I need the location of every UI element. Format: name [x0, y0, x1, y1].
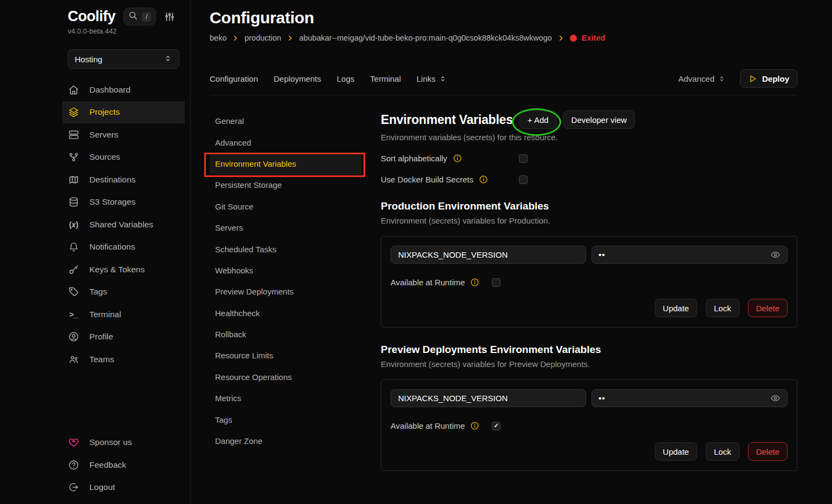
- delete-button[interactable]: Delete: [748, 299, 788, 317]
- sidebar-item-label: S3 Storages: [89, 197, 135, 207]
- sidebar-item-label: Shared Variables: [89, 220, 153, 230]
- submenu-item-webhooks[interactable]: Webhooks: [210, 260, 361, 281]
- preview-section-title: Preview Deployments Environment Variable…: [381, 344, 797, 356]
- sidebar-nav: Dashboard Projects Servers Sources Desti…: [68, 78, 185, 371]
- sidebar-item-sponsor-us[interactable]: Sponsor us: [62, 431, 185, 454]
- tab-deployments[interactable]: Deployments: [274, 74, 321, 83]
- brand-row: Coolify /: [68, 8, 185, 25]
- available-at-runtime-checkbox[interactable]: [492, 278, 500, 287]
- sidebar-item-label: Teams: [89, 355, 114, 364]
- search-icon: [128, 11, 138, 22]
- submenu-item-preview-deployments[interactable]: Preview Deployments: [210, 281, 361, 302]
- logout-icon: [68, 482, 80, 493]
- production-section-title: Production Environment Variables: [381, 200, 797, 212]
- available-at-runtime-checkbox[interactable]: ✓: [492, 422, 500, 430]
- sidebar-item-label: Servers: [89, 130, 118, 140]
- sidebar-item-profile[interactable]: Profile: [62, 326, 185, 349]
- variable-value-field[interactable]: ••: [592, 389, 788, 407]
- sidebar-item-dashboard[interactable]: Dashboard: [62, 78, 185, 101]
- submenu-item-rollback[interactable]: Rollback: [210, 324, 361, 345]
- sidebar-footer: Sponsor us Feedback Logout: [68, 431, 185, 499]
- info-icon[interactable]: [453, 154, 462, 163]
- info-icon[interactable]: [470, 421, 479, 430]
- sidebar-item-servers[interactable]: Servers: [62, 123, 185, 146]
- tab-terminal[interactable]: Terminal: [370, 74, 401, 83]
- submenu-item-persistent-storage[interactable]: Persistent Storage: [210, 174, 361, 195]
- docker-build-secrets-checkbox[interactable]: [519, 175, 528, 184]
- update-button[interactable]: Update: [655, 442, 697, 461]
- tab-logs[interactable]: Logs: [337, 74, 355, 83]
- submenu-item-metrics[interactable]: Metrics: [210, 388, 361, 409]
- delete-button[interactable]: Delete: [748, 442, 788, 461]
- production-section-subtitle: Environment (secrets) variables for Prod…: [381, 216, 797, 225]
- submenu-item-git-source[interactable]: Git Source: [210, 196, 361, 217]
- available-at-runtime-label: Available at Runtime: [391, 278, 465, 287]
- sort-alphabetically-checkbox[interactable]: [519, 154, 528, 163]
- info-icon[interactable]: [479, 175, 488, 184]
- section-title-environment-variables: Environment Variables: [381, 113, 513, 127]
- sidebar-item-feedback[interactable]: Feedback: [62, 454, 185, 476]
- sidebar-item-destinations[interactable]: Destinations: [62, 168, 185, 191]
- breadcrumb: beko production abubakar--meigag/vid-tub…: [210, 34, 797, 42]
- breadcrumb-environment[interactable]: production: [244, 34, 281, 42]
- tab-bar-right: Advanced Deploy: [678, 69, 797, 88]
- breadcrumb-project[interactable]: beko: [210, 34, 226, 42]
- sidebar-item-label: Profile: [89, 332, 113, 342]
- database-icon: [68, 197, 80, 207]
- submenu-item-general[interactable]: General: [210, 110, 361, 132]
- developer-view-button[interactable]: Developer view: [563, 110, 635, 129]
- sidebar-item-projects[interactable]: Projects: [62, 101, 185, 124]
- sidebar-item-label: Logout: [89, 482, 115, 492]
- submenu-item-servers[interactable]: Servers: [210, 217, 361, 238]
- help-icon: [68, 460, 80, 470]
- bell-icon: [68, 241, 80, 252]
- sidebar-item-keys-tokens[interactable]: Keys & Tokens: [62, 258, 185, 281]
- submenu-item-healthcheck[interactable]: Healthcheck: [210, 303, 361, 324]
- preview-section-subtitle: Environment (secrets) variables for Prev…: [381, 359, 797, 369]
- sidebar-item-s3-storages[interactable]: S3 Storages: [62, 191, 185, 214]
- lock-button[interactable]: Lock: [706, 299, 739, 317]
- sidebar-item-terminal[interactable]: >_ Terminal: [62, 303, 185, 326]
- tag-icon: [68, 286, 80, 297]
- settings-sliders-icon[interactable]: [164, 11, 175, 22]
- submenu-item-resource-limits[interactable]: Resource Limits: [210, 345, 361, 366]
- users-icon: [68, 354, 80, 365]
- tab-links[interactable]: Links: [417, 74, 447, 83]
- submenu-item-tags[interactable]: Tags: [210, 409, 361, 430]
- sidebar-item-tags[interactable]: Tags: [62, 281, 185, 304]
- eye-icon[interactable]: [770, 250, 781, 260]
- team-selector[interactable]: Hosting: [68, 49, 179, 69]
- sidebar-item-teams[interactable]: Teams: [62, 348, 185, 371]
- sidebar-item-sources[interactable]: Sources: [62, 146, 185, 169]
- submenu-item-scheduled-tasks[interactable]: Scheduled Tasks: [210, 238, 361, 259]
- status-dot-icon: [570, 35, 577, 42]
- advanced-dropdown[interactable]: Advanced: [678, 74, 726, 83]
- variable-value-field[interactable]: ••: [592, 246, 788, 264]
- sidebar-item-shared-variables[interactable]: (x) Shared Variables: [62, 213, 185, 236]
- search-button[interactable]: /: [123, 8, 156, 25]
- sidebar-item-label: Feedback: [89, 460, 126, 470]
- settings-submenu: General Advanced Environment Variables P…: [210, 110, 381, 471]
- production-variable-card: •• Available at Runtime Update Lock Dele…: [381, 236, 797, 328]
- heart-icon: [68, 437, 80, 448]
- status-badge: Exited: [570, 34, 606, 42]
- update-button[interactable]: Update: [655, 299, 697, 317]
- info-icon[interactable]: [470, 278, 479, 287]
- sidebar-item-label: Projects: [89, 107, 120, 117]
- add-variable-button[interactable]: + Add: [519, 110, 557, 129]
- sidebar-item-notifications[interactable]: Notifications: [62, 236, 185, 259]
- sidebar-item-logout[interactable]: Logout: [62, 476, 185, 499]
- tab-configuration[interactable]: Configuration: [210, 74, 258, 83]
- submenu-item-danger-zone[interactable]: Danger Zone: [210, 430, 361, 451]
- breadcrumb-resource[interactable]: abubakar--meigag/vid-tube-beko-pro:main-…: [299, 34, 552, 42]
- variable-key-input[interactable]: [391, 246, 586, 264]
- submenu-item-environment-variables[interactable]: Environment Variables: [210, 153, 361, 174]
- submenu-item-resource-operations[interactable]: Resource Operations: [210, 366, 361, 388]
- variable-key-input[interactable]: [391, 389, 586, 407]
- eye-icon[interactable]: [770, 393, 781, 403]
- submenu-item-advanced[interactable]: Advanced: [210, 132, 361, 153]
- deploy-button[interactable]: Deploy: [740, 69, 797, 88]
- git-source-icon: [68, 152, 80, 162]
- play-icon: [748, 74, 757, 83]
- lock-button[interactable]: Lock: [706, 442, 739, 461]
